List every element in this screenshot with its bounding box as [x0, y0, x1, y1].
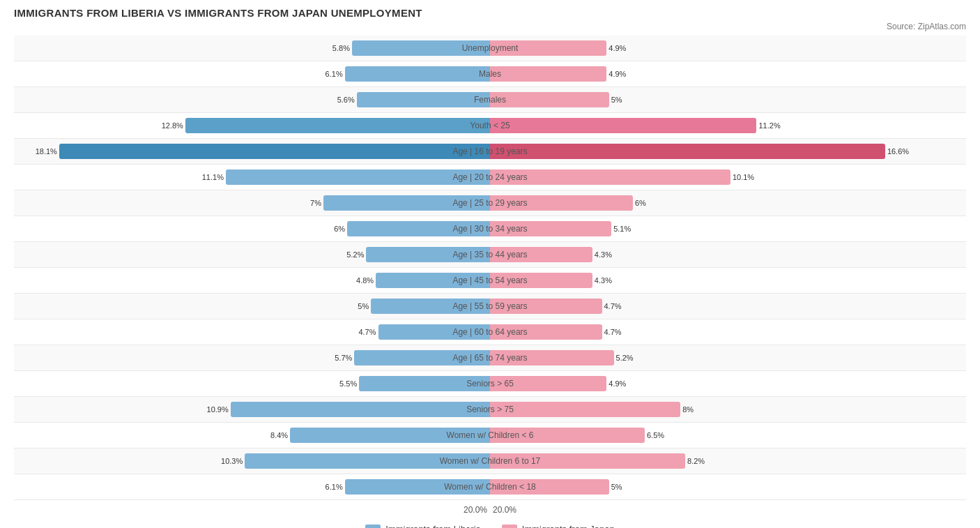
value-liberia: 4.8%: [356, 276, 374, 285]
value-japan: 4.3%: [595, 250, 612, 259]
left-section: 10.3%: [14, 448, 490, 474]
value-japan: 10.1%: [733, 173, 754, 181]
bar-liberia: 5%: [371, 299, 490, 314]
chart-row: 5% Age | 55 to 59 years 4.7%: [14, 294, 966, 319]
bar-japan: 4.3%: [490, 273, 592, 288]
left-section: 6.1%: [14, 474, 490, 499]
bar-liberia: 5.5%: [359, 376, 490, 391]
chart-title: IMMIGRANTS FROM LIBERIA VS IMMIGRANTS FR…: [14, 7, 966, 19]
bar-japan: 6%: [490, 195, 633, 211]
left-section: 5.5%: [14, 371, 490, 396]
value-japan: 5.2%: [616, 354, 634, 362]
left-section: 5.8%: [14, 36, 490, 61]
value-liberia: 5.7%: [335, 354, 352, 362]
bar-liberia: 12.8%: [185, 118, 490, 133]
chart-row: 5.2% Age | 35 to 44 years 4.3%: [14, 242, 966, 268]
bar-liberia: 5.8%: [352, 40, 490, 56]
left-section: 4.8%: [14, 268, 490, 293]
value-japan: 4.9%: [608, 44, 626, 52]
right-section: 4.7%: [490, 294, 966, 319]
legend-japan-box: [502, 525, 517, 529]
source-label: Source: ZipAtlas.com: [14, 22, 966, 31]
bar-japan: 5%: [490, 92, 609, 107]
left-section: 10.9%: [14, 397, 490, 422]
value-japan: 16.6%: [887, 147, 909, 156]
bar-liberia: 5.2%: [366, 247, 490, 262]
bar-liberia: 4.8%: [376, 273, 490, 288]
bar-liberia: 8.4%: [290, 428, 490, 443]
bar-japan: 5.1%: [490, 221, 611, 236]
right-section: 6.5%: [490, 423, 966, 448]
chart-row: 11.1% Age | 20 to 24 years 10.1%: [14, 165, 966, 190]
left-section: 4.7%: [14, 319, 490, 345]
left-section: 5.2%: [14, 242, 490, 267]
legend-liberia-box: [365, 525, 381, 529]
value-japan: 4.9%: [608, 379, 626, 388]
chart-row: 4.8% Age | 45 to 54 years 4.3%: [14, 268, 966, 294]
left-section: 6.1%: [14, 61, 490, 86]
value-japan: 6.5%: [647, 431, 664, 439]
bar-japan: 5%: [490, 479, 609, 495]
bar-liberia: 10.3%: [245, 453, 490, 469]
bar-japan: 5.2%: [490, 350, 614, 365]
right-section: 5%: [490, 87, 966, 112]
legend: Immigrants from Liberia Immigrants from …: [14, 524, 966, 528]
legend-japan: Immigrants from Japan: [502, 524, 615, 528]
left-section: 11.1%: [14, 165, 490, 190]
value-japan: 5%: [611, 483, 622, 491]
value-japan: 4.3%: [595, 276, 612, 285]
chart-row: 6.1% Women w/ Children < 18 5%: [14, 474, 966, 500]
bar-japan: 4.9%: [490, 66, 606, 82]
right-section: 10.1%: [490, 165, 966, 190]
chart-row: 5.5% Seniors > 65 4.9%: [14, 371, 966, 397]
bar-liberia: 5.6%: [357, 92, 490, 107]
bar-japan: 10.1%: [490, 169, 730, 185]
bar-liberia: 6%: [347, 221, 490, 236]
rows-container: 5.8% Unemployment 4.9% 6.1% Males 4.9% 5…: [14, 36, 966, 500]
legend-liberia: Immigrants from Liberia: [365, 524, 481, 528]
value-japan: 11.2%: [758, 121, 780, 130]
bar-japan: 4.7%: [490, 299, 602, 314]
left-section: 5.7%: [14, 345, 490, 370]
value-liberia: 5.5%: [339, 379, 357, 388]
left-section: 8.4%: [14, 423, 490, 448]
right-section: 4.3%: [490, 242, 966, 267]
value-liberia: 5.6%: [337, 96, 355, 104]
left-section: 18.1%: [14, 139, 490, 164]
chart-row: 7% Age | 25 to 29 years 6%: [14, 190, 966, 216]
bar-japan: 4.7%: [490, 324, 602, 340]
right-section: 4.3%: [490, 268, 966, 293]
chart-row: 5.8% Unemployment 4.9%: [14, 36, 966, 61]
value-liberia: 5.2%: [346, 250, 364, 259]
chart-row: 18.1% Age | 16 to 19 years 16.6%: [14, 139, 966, 165]
right-section: 8%: [490, 397, 966, 422]
left-section: 5.6%: [14, 87, 490, 112]
legend-liberia-label: Immigrants from Liberia: [385, 524, 481, 528]
chart-row: 5.6% Females 5%: [14, 87, 966, 113]
value-liberia: 7%: [310, 199, 321, 207]
value-liberia: 5%: [358, 302, 369, 310]
right-section: 4.7%: [490, 319, 966, 345]
bar-japan: 6.5%: [490, 428, 645, 443]
right-section: 5.1%: [490, 216, 966, 241]
bar-japan: 8.2%: [490, 453, 685, 469]
right-section: 5.2%: [490, 345, 966, 370]
value-japan: 5.1%: [613, 225, 631, 233]
axis-left: 20.0%: [14, 505, 490, 515]
bar-liberia: 4.7%: [378, 324, 491, 340]
chart-row: 10.9% Seniors > 75 8%: [14, 397, 966, 423]
right-section: 6%: [490, 190, 966, 216]
chart-area: 5.8% Unemployment 4.9% 6.1% Males 4.9% 5…: [14, 36, 966, 520]
value-liberia: 4.7%: [358, 328, 376, 336]
left-section: 5%: [14, 294, 490, 319]
legend-japan-label: Immigrants from Japan: [522, 524, 615, 528]
axis-row: 20.0% 20.0%: [14, 500, 966, 520]
value-japan: 4.9%: [608, 70, 626, 78]
axis-right: 20.0%: [490, 505, 966, 515]
bar-liberia: 7%: [323, 195, 490, 211]
chart-row: 10.3% Women w/ Children 6 to 17 8.2%: [14, 448, 966, 474]
right-section: 4.9%: [490, 371, 966, 396]
right-section: 4.9%: [490, 36, 966, 61]
right-section: 4.9%: [490, 61, 966, 86]
value-liberia: 18.1%: [36, 147, 57, 156]
